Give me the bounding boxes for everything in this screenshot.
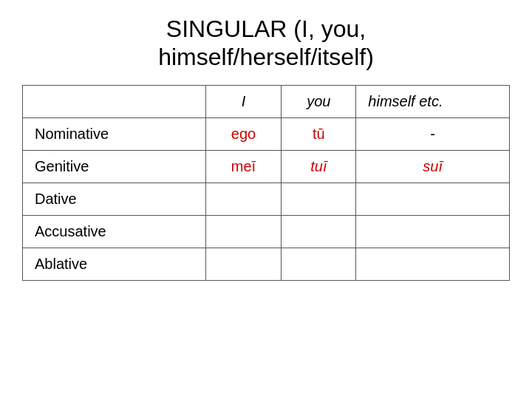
header-himself: himself etc. [356, 85, 510, 117]
table-row: Accusative [23, 215, 510, 248]
cell-2-1 [282, 183, 356, 215]
table-header-row: I you himself etc. [23, 85, 510, 117]
cell-1-0: meī [205, 150, 282, 183]
cell-3-0 [205, 215, 282, 248]
case-label: Nominative [23, 117, 206, 150]
cell-4-2 [356, 248, 510, 280]
cell-0-1: tū [282, 117, 356, 150]
case-label: Genitive [23, 150, 206, 183]
header-i: I [205, 85, 282, 117]
header-you: you [282, 85, 356, 117]
cell-1-2: suī [356, 150, 510, 183]
cell-1-1: tuī [282, 150, 356, 183]
table-row: Nominativeegotū- [23, 117, 510, 150]
cell-4-0 [205, 248, 282, 280]
table-row: Dative [23, 183, 510, 215]
cell-3-1 [282, 215, 356, 248]
case-label: Accusative [23, 215, 206, 248]
case-label: Ablative [23, 248, 206, 280]
cell-4-1 [282, 248, 356, 280]
case-label: Dative [23, 183, 206, 215]
page-title: SINGULAR (I, you, himself/herself/itself… [158, 15, 374, 72]
cell-3-2 [356, 215, 510, 248]
table-row: Ablative [23, 248, 510, 280]
cell-2-2 [356, 183, 510, 215]
cell-2-0 [205, 183, 282, 215]
header-empty [23, 85, 206, 117]
cell-0-0: ego [205, 117, 282, 150]
cell-0-2: - [356, 117, 510, 150]
declension-table: I you himself etc. Nominativeegotū-Genit… [22, 85, 510, 281]
table-row: Genitivemeītuīsuī [23, 150, 510, 183]
